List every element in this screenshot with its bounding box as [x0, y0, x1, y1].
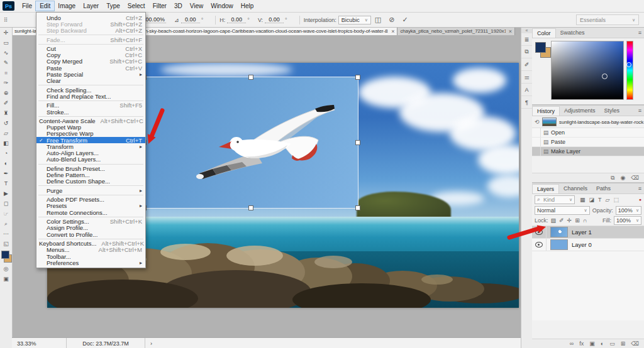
- tab-layers[interactable]: Layers: [532, 184, 559, 193]
- layers-panel-menu-icon[interactable]: ≡: [638, 185, 641, 192]
- fill-field[interactable]: 100% ∨: [614, 216, 641, 225]
- eye-icon[interactable]: [535, 229, 543, 235]
- menu-item-fill[interactable]: Fill...Shift+F5: [36, 102, 145, 109]
- crop-tool-icon[interactable]: ⌗: [0, 68, 12, 78]
- edit-toolbar-icon[interactable]: ⋯: [0, 229, 12, 239]
- marquee-tool-icon[interactable]: ▭: [0, 38, 12, 48]
- quick-selection-tool-icon[interactable]: ✎: [0, 58, 12, 68]
- menubar-item-select[interactable]: Select: [124, 1, 149, 11]
- hue-marker[interactable]: [626, 62, 631, 67]
- pasted-layer-transform-box[interactable]: [143, 77, 358, 209]
- tab-styles[interactable]: Styles: [600, 106, 625, 115]
- gradient-tool-icon[interactable]: ◧: [0, 138, 12, 148]
- menubar-item-layer[interactable]: Layer: [79, 1, 103, 11]
- menu-item-auto-align-layers[interactable]: Auto-Align Layers...: [36, 150, 145, 156]
- foreground-color-swatch[interactable]: [1, 251, 9, 259]
- menu-item-cut[interactable]: CutCtrl+X: [36, 46, 145, 52]
- menu-item-fade[interactable]: Fade...Shift+Ctrl+F: [36, 36, 145, 43]
- visibility-cell[interactable]: [532, 226, 547, 238]
- menu-item-step-forward[interactable]: Step ForwardShift+Ctrl+Z: [36, 21, 145, 27]
- pen-tool-icon[interactable]: ✒: [0, 168, 12, 178]
- filter-kind-dropdown[interactable]: ⌕ Kind ∨: [535, 195, 575, 204]
- history-brush-tool-icon[interactable]: ↺: [0, 118, 12, 128]
- properties-icon[interactable]: ⚌: [521, 71, 532, 84]
- lock-transparency-icon[interactable]: ▨: [551, 217, 557, 224]
- dodge-tool-icon[interactable]: ◐: [0, 158, 12, 168]
- tab-channels[interactable]: Channels: [559, 184, 592, 193]
- lock-artboard-icon[interactable]: ⊞: [575, 217, 580, 224]
- foreground-color-swatch[interactable]: [535, 42, 546, 53]
- history-brush-source-icon[interactable]: ⟲: [532, 119, 542, 125]
- rotate-value[interactable]: 0.00: [181, 16, 200, 23]
- menu-item-perspective-warp[interactable]: Perspective Warp: [36, 131, 145, 137]
- blend-mode-dropdown[interactable]: Normal ∨: [535, 206, 590, 215]
- expand-panels-icon[interactable]: «: [521, 28, 532, 33]
- menu-item-paste[interactable]: PasteCtrl+V: [36, 65, 145, 71]
- delete-state-icon[interactable]: ⌫: [631, 175, 639, 181]
- new-snapshot-icon[interactable]: ◉: [620, 175, 625, 181]
- color-panel-menu-icon[interactable]: ≡: [638, 30, 641, 36]
- commit-transform-icon[interactable]: ✓: [402, 16, 408, 24]
- workspace-switcher[interactable]: Essentials ∨: [576, 14, 639, 25]
- menu-item-auto-blend-layers[interactable]: Auto-Blend Layers...: [36, 156, 145, 163]
- menu-item-undo[interactable]: UndoCtrl+Z: [36, 14, 145, 21]
- menu-item-menus[interactable]: Menus...Alt+Shift+Ctrl+M: [36, 247, 145, 253]
- menu-item-toolbar[interactable]: Toolbar...: [36, 253, 145, 259]
- hand-tool-icon[interactable]: ☞: [0, 209, 12, 219]
- history-state-checkbox[interactable]: [532, 147, 541, 156]
- quick-mask-icon[interactable]: ◎: [0, 264, 12, 274]
- skew-v-value[interactable]: 0.00: [265, 16, 284, 23]
- menu-item-find-and-replace-text[interactable]: Find and Replace Text...: [36, 93, 145, 99]
- history-panel-menu-icon[interactable]: ≡: [638, 107, 641, 114]
- visibility-cell[interactable]: [532, 239, 547, 251]
- character-icon[interactable]: A: [521, 84, 532, 96]
- default-swatches-icon[interactable]: ◱: [0, 239, 12, 249]
- color-field-marker[interactable]: [602, 73, 608, 79]
- layer-name[interactable]: Layer 0: [572, 241, 592, 248]
- filter-type-layers-icon[interactable]: T: [598, 197, 602, 203]
- menu-item-color-settings[interactable]: Color Settings...Shift+Ctrl+K: [36, 219, 145, 225]
- menubar-item-filter[interactable]: Filter: [149, 1, 170, 11]
- layer-thumbnail[interactable]: [550, 227, 568, 237]
- clone-stamp-tool-icon[interactable]: ♜: [0, 108, 12, 118]
- eye-icon[interactable]: [535, 242, 543, 247]
- menu-item-stroke[interactable]: Stroke...: [36, 109, 145, 115]
- skew-h-field[interactable]: H: 0.00 °: [219, 16, 250, 23]
- link-layers-icon[interactable]: ∞: [570, 340, 574, 347]
- foreground-background-swatches[interactable]: [0, 250, 12, 264]
- transform-handle[interactable]: [355, 205, 360, 210]
- menu-item-presets[interactable]: Presets▸: [36, 203, 145, 209]
- menu-item-content-aware-scale[interactable]: Content-Aware ScaleAlt+Shift+Ctrl+C: [36, 118, 145, 124]
- layer-row-layer-0[interactable]: Layer 0: [532, 239, 644, 251]
- menu-item-define-pattern[interactable]: Define Pattern...: [36, 171, 145, 178]
- zoom-tool-icon[interactable]: ⌕: [0, 219, 12, 229]
- transform-handle[interactable]: [248, 75, 253, 80]
- path-selection-tool-icon[interactable]: ▶: [0, 188, 12, 198]
- lock-paint-icon[interactable]: ✐: [559, 217, 564, 224]
- menu-item-preferences[interactable]: Preferences▸: [36, 259, 145, 266]
- filter-toggle-icon[interactable]: ●: [639, 197, 641, 202]
- menu-item-adobe-pdf-presets[interactable]: Adobe PDF Presets...: [36, 197, 145, 203]
- menu-item-assign-profile[interactable]: Assign Profile...: [36, 225, 145, 231]
- tab-adjustments[interactable]: Adjustments: [560, 106, 600, 115]
- history-state-open[interactable]: ▤Open: [532, 128, 644, 138]
- menubar-item-image[interactable]: Image: [54, 1, 79, 11]
- close-tab-icon[interactable]: ×: [391, 28, 394, 35]
- new-document-from-state-icon[interactable]: ⧉: [611, 175, 614, 182]
- filter-shape-layers-icon[interactable]: ▱: [606, 197, 610, 203]
- transform-handle[interactable]: [248, 205, 253, 210]
- filter-smart-objects-icon[interactable]: ⬚: [613, 197, 619, 203]
- opacity-field[interactable]: 100% ∨: [616, 206, 641, 215]
- layer-effects-icon[interactable]: fx: [579, 340, 584, 347]
- libraries-icon[interactable]: ≣: [521, 33, 532, 46]
- brush-tool-icon[interactable]: ✐: [0, 98, 12, 108]
- type-tool-icon[interactable]: T: [0, 178, 12, 188]
- menubar-item-type[interactable]: Type: [103, 1, 124, 11]
- menubar-item-help[interactable]: Help: [237, 1, 258, 11]
- filter-adjustment-layers-icon[interactable]: ◪: [589, 197, 595, 203]
- status-expand-arrow[interactable]: ›: [145, 338, 157, 348]
- clone-source-icon[interactable]: ⧉: [521, 46, 532, 58]
- menu-item-remote-connections[interactable]: Remote Connections...: [36, 209, 145, 215]
- document-tab-inactive[interactable]: chayka_ptica_nebo_vzmah_polet_72311_1920…: [397, 27, 515, 35]
- reference-point-icon[interactable]: ⠿: [4, 17, 8, 23]
